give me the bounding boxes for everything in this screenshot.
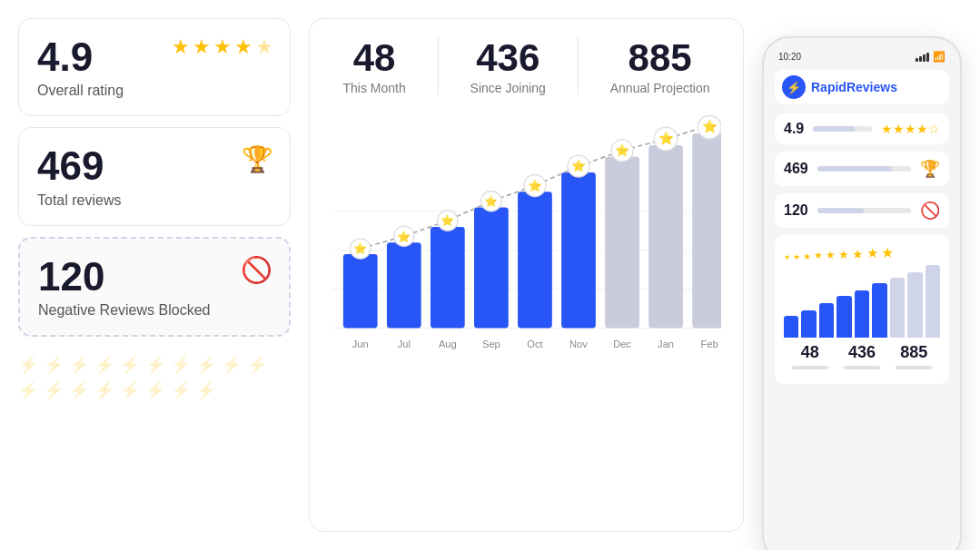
mini-bar-7 — [890, 278, 905, 338]
phone-bottom-stat-436: 436 — [844, 343, 880, 369]
mini-bar-2 — [801, 310, 816, 338]
chart-container: 48 This Month 436 Since Joining 885 Annu… — [309, 18, 744, 532]
mini-bar-5 — [855, 290, 869, 338]
star-2: ★ — [193, 35, 211, 59]
blocked-icon-area: 🚫 — [241, 255, 272, 285]
reviews-card: 469 Total reviews 🏆 — [18, 127, 291, 225]
x-label-jul: Jul — [398, 339, 411, 349]
phone-bottom-line-48 — [792, 366, 828, 369]
phone-brand: ⚡ RapidReviews — [775, 70, 949, 104]
mini-star-5: ★ — [826, 249, 836, 261]
star-emoji-nov: ⭐ — [571, 160, 587, 174]
phone-blocked-bar-fill — [817, 208, 865, 213]
bolt-16: ⚡ — [145, 380, 165, 400]
phone-row-rating: 4.9 ★★★★☆ — [775, 113, 949, 144]
bar-oct — [518, 192, 552, 329]
mini-bars — [784, 265, 940, 338]
phone-blocked-bar — [817, 208, 911, 213]
phone-blocked-icon: 🚫 — [920, 201, 940, 221]
star-emoji-jan: ⭐ — [658, 131, 675, 146]
mini-star-9: ★ — [881, 244, 894, 261]
phone-status-bar: 10:20 📶 — [775, 49, 949, 70]
bolt-17: ⚡ — [171, 380, 191, 400]
bolt-6: ⚡ — [145, 355, 165, 375]
phone-bottom-line-436 — [844, 366, 880, 369]
x-label-oct: Oct — [527, 339, 543, 349]
phone-row-blocked: 120 🚫 — [775, 193, 949, 228]
rating-card: 4.9 Overall rating ★ ★ ★ ★ ★ — [18, 18, 291, 116]
blocked-label: Negative Reviews Blocked — [38, 302, 271, 319]
brand-bolt: ⚡ — [787, 81, 801, 94]
bar-jan — [648, 145, 683, 329]
phone-rating-num: 4.9 — [784, 121, 804, 137]
bolt-10: ⚡ — [247, 355, 267, 375]
bolt-7: ⚡ — [171, 355, 191, 375]
bolt-12: ⚡ — [44, 380, 64, 400]
bolt-2: ⚡ — [44, 355, 64, 375]
bolt-1: ⚡ — [18, 355, 38, 375]
bolt-4: ⚡ — [94, 355, 114, 375]
phone-trophy-icon: 🏆 — [920, 159, 940, 179]
star-emoji-dec: ⭐ — [615, 143, 630, 158]
signal-icon — [916, 53, 929, 62]
phone-stars-icon: ★★★★☆ — [881, 122, 940, 136]
mini-star-7: ★ — [852, 247, 864, 261]
since-number: 436 — [470, 37, 546, 79]
star-emoji-jul: ⭐ — [397, 230, 411, 243]
phone-rating-bar — [813, 126, 872, 132]
lightning-decorations: ⚡ ⚡ ⚡ ⚡ ⚡ ⚡ ⚡ ⚡ ⚡ ⚡ ⚡ ⚡ ⚡ ⚡ ⚡ ⚡ ⚡ ⚡ — [18, 348, 291, 408]
phone-reviews-bar — [817, 166, 911, 172]
chart-stat-month: 48 This Month — [342, 37, 405, 95]
star-emoji-sep: ⭐ — [484, 194, 498, 208]
chart-stat-since: 436 Since Joining — [470, 37, 546, 95]
bolt-15: ⚡ — [120, 380, 140, 400]
phone-bottom-stat-48: 48 — [792, 343, 828, 369]
bar-dec — [605, 157, 639, 329]
x-label-jan: Jan — [658, 339, 674, 349]
star-1: ★ — [172, 35, 190, 59]
mini-star-6: ★ — [838, 248, 849, 261]
star-emoji-jun: ⭐ — [353, 241, 367, 255]
x-label-sep: Sep — [482, 339, 500, 349]
phone-mockup: 10:20 📶 ⚡ RapidReviews 4.9 — [762, 36, 962, 550]
mini-bar-8 — [907, 272, 922, 338]
rating-label: Overall rating — [37, 83, 272, 99]
bolt-11: ⚡ — [18, 380, 38, 400]
chart-header: 48 This Month 436 Since Joining 885 Annu… — [332, 37, 721, 95]
phone-rating-bar-fill — [813, 126, 854, 132]
divider-1 — [438, 37, 439, 95]
phone-reviews-num: 469 — [784, 161, 808, 177]
phone-bottom-num-885: 885 — [896, 343, 932, 362]
x-label-nov: Nov — [569, 339, 588, 349]
mini-bar-3 — [819, 303, 834, 338]
stars-area: ★ ★ ★ ★ ★ — [172, 35, 273, 59]
phone-bottom-stats: 48 436 885 — [784, 338, 940, 375]
left-column: 4.9 Overall rating ★ ★ ★ ★ ★ 469 Total r… — [18, 18, 291, 532]
x-label-jun: Jun — [352, 339, 369, 349]
phone-bottom-num-436: 436 — [844, 343, 880, 362]
phone-bottom-line-885 — [896, 366, 932, 369]
bolt-9: ⚡ — [222, 355, 242, 375]
mini-star-8: ★ — [866, 245, 878, 261]
bolt-5: ⚡ — [120, 355, 140, 375]
trophy-icon: 🏆 — [242, 145, 273, 173]
bolt-18: ⚡ — [196, 380, 216, 400]
signal-bar-1 — [916, 58, 918, 62]
annual-label: Annual Projection — [610, 81, 710, 95]
signal-bar-4 — [926, 53, 929, 62]
mini-bar-1 — [784, 316, 798, 338]
chart-stat-annual: 885 Annual Projection — [610, 37, 710, 95]
mini-star-2: ★ — [793, 252, 800, 261]
star-5: ★ — [255, 35, 273, 59]
mini-star-3: ★ — [803, 251, 811, 261]
bar-jul — [387, 242, 421, 328]
mini-star-4: ★ — [814, 250, 823, 261]
bar-nov — [561, 172, 596, 329]
phone-bottom-stat-885: 885 — [896, 343, 932, 369]
mini-star-1: ★ — [784, 253, 790, 261]
phone-status-icons: 📶 — [916, 51, 945, 63]
phone-row-reviews: 469 🏆 — [775, 152, 949, 186]
month-number: 48 — [342, 37, 405, 79]
x-label-aug: Aug — [439, 339, 457, 349]
x-label-feb: Feb — [701, 339, 718, 349]
